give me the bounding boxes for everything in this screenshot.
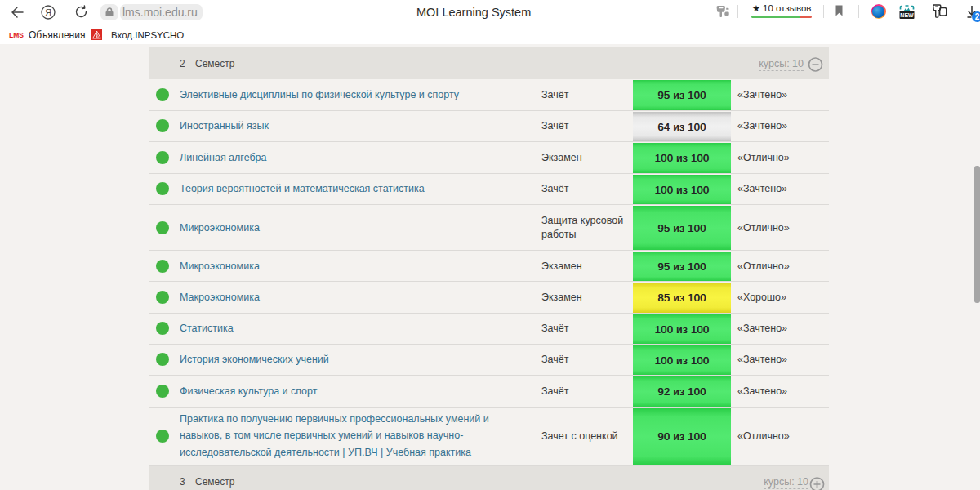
svg-text:NEW: NEW	[900, 12, 914, 18]
svg-text:Я: Я	[45, 7, 51, 17]
